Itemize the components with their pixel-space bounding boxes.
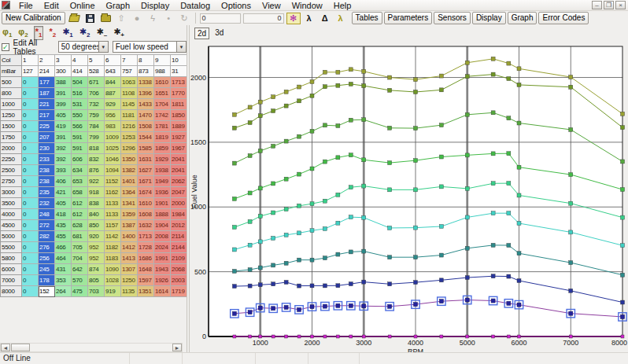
- selected-marker[interactable]: [517, 303, 521, 307]
- cell-1500-c10[interactable]: 1889: [171, 121, 187, 132]
- cell-3000-c4[interactable]: 658: [72, 187, 88, 198]
- open-file-icon[interactable]: [68, 13, 81, 24]
- toolbar-button-sensors[interactable]: Sensors: [434, 12, 471, 24]
- menu-window[interactable]: Window: [286, 0, 328, 11]
- cell-1250-c10[interactable]: 1850: [171, 110, 187, 121]
- cell-1750-c10[interactable]: 1927: [171, 132, 187, 143]
- cell-1750-c3[interactable]: 391: [55, 132, 72, 143]
- cell-5500-c4[interactable]: 705: [72, 242, 88, 253]
- cell-2250-c3[interactable]: 392: [55, 154, 72, 165]
- cell-7000-c7[interactable]: 1250: [121, 275, 138, 286]
- scrollbar-thumb[interactable]: [11, 344, 30, 351]
- cell-4000-c10[interactable]: 1984: [171, 209, 187, 220]
- cell-3000-c2[interactable]: 235: [39, 187, 55, 198]
- cell-3500-c10[interactable]: 2000: [171, 198, 187, 209]
- column-header-10[interactable]: 10: [171, 55, 187, 66]
- cell-2000-c8[interactable]: 1585: [138, 143, 154, 154]
- cell-5500-c5[interactable]: 952: [88, 242, 105, 253]
- cell-2250-c6[interactable]: 1046: [105, 154, 121, 165]
- cell-1500-c9[interactable]: 1781: [154, 121, 171, 132]
- cell-3500-c2[interactable]: 232: [39, 198, 55, 209]
- cell-5800-c9[interactable]: 1991: [154, 253, 171, 264]
- cell-7000-c8[interactable]: 1597: [138, 275, 154, 286]
- degrees-select[interactable]: 50 degrees ▼: [58, 41, 109, 53]
- cell-1000-c3[interactable]: 399: [55, 99, 72, 110]
- cell-2500-c4[interactable]: 634: [72, 165, 88, 176]
- cell-800-c9[interactable]: 1651: [154, 88, 171, 99]
- cell-4000-c5[interactable]: 840: [88, 209, 105, 220]
- cell-8000-c1[interactable]: 0: [22, 286, 39, 297]
- cell-4500-c1[interactable]: 0: [22, 220, 39, 231]
- cell-5000-c3[interactable]: 455: [55, 231, 72, 242]
- cell-5000-c4[interactable]: 681: [72, 231, 88, 242]
- selected-marker[interactable]: [465, 298, 469, 302]
- cell-1750-c8[interactable]: 1544: [138, 132, 154, 143]
- cell-500-c4[interactable]: 504: [72, 77, 88, 88]
- mbar-value-8[interactable]: 873: [138, 66, 154, 77]
- cell-7000-c3[interactable]: 353: [55, 275, 72, 286]
- cell-1250-c4[interactable]: 550: [72, 110, 88, 121]
- cell-5800-c6[interactable]: 1183: [105, 253, 121, 264]
- cell-8000-c7[interactable]: 1135: [121, 286, 138, 297]
- cell-4500-c3[interactable]: 435: [55, 220, 72, 231]
- cell-3500-c3[interactable]: 405: [55, 198, 72, 209]
- row-header-2000[interactable]: 2000: [1, 143, 22, 154]
- cell-3500-c1[interactable]: 0: [22, 198, 39, 209]
- editing-cell[interactable]: 152: [39, 286, 55, 297]
- row-header-1250[interactable]: 1250: [1, 110, 22, 121]
- cell-2500-c6[interactable]: 1094: [105, 165, 121, 176]
- cell-800-c7[interactable]: 1108: [121, 88, 138, 99]
- cell-2000-c9[interactable]: 1859: [154, 143, 171, 154]
- cell-800-c5[interactable]: 706: [88, 88, 105, 99]
- row-header-5500[interactable]: 5500: [1, 242, 22, 253]
- cell-2250-c7[interactable]: 1350: [121, 154, 138, 165]
- cell-3000-c9[interactable]: 1936: [154, 187, 171, 198]
- star-2-red-icon[interactable]: *2: [48, 27, 57, 39]
- cell-8000-c6[interactable]: 919: [105, 286, 121, 297]
- cell-2000-c5[interactable]: 818: [88, 143, 105, 154]
- cell-5500-c3[interactable]: 466: [55, 242, 72, 253]
- selected-marker[interactable]: [388, 304, 392, 308]
- column-header-2[interactable]: 2: [39, 55, 55, 66]
- row-header-7000[interactable]: 7000: [1, 275, 22, 286]
- cell-7000-c6[interactable]: 1028: [105, 275, 121, 286]
- cell-800-c6[interactable]: 887: [105, 88, 121, 99]
- cell-2500-c7[interactable]: 1382: [121, 165, 138, 176]
- cell-6000-c9[interactable]: 1943: [154, 264, 171, 275]
- column-header-3[interactable]: 3: [55, 55, 72, 66]
- phi-2-icon[interactable]: φ2: [17, 27, 28, 39]
- cell-6000-c6[interactable]: 1090: [105, 264, 121, 275]
- restore-button[interactable]: ❐: [604, 1, 614, 9]
- cell-1500-c4[interactable]: 566: [72, 121, 88, 132]
- cell-1000-c5[interactable]: 732: [88, 99, 105, 110]
- cell-6000-c7[interactable]: 1307: [121, 264, 138, 275]
- cell-5500-c9[interactable]: 2024: [154, 242, 171, 253]
- cell-3000-c6[interactable]: 1162: [105, 187, 121, 198]
- cell-2250-c9[interactable]: 1929: [154, 154, 171, 165]
- cell-1750-c5[interactable]: 799: [88, 132, 105, 143]
- cell-2500-c3[interactable]: 393: [55, 165, 72, 176]
- cell-5500-c2[interactable]: 276: [39, 242, 55, 253]
- cell-2000-c2[interactable]: 230: [39, 143, 55, 154]
- cell-2250-c10[interactable]: 2041: [171, 154, 187, 165]
- toolbar-button-display[interactable]: Display: [472, 12, 506, 24]
- cell-2500-c9[interactable]: 1938: [154, 165, 171, 176]
- selected-marker[interactable]: [362, 304, 366, 308]
- row-header-6000[interactable]: 6000: [1, 264, 22, 275]
- row-header-800[interactable]: 800: [1, 88, 22, 99]
- selected-marker[interactable]: [621, 314, 625, 318]
- menu-graph[interactable]: Graph: [101, 0, 136, 11]
- cell-2750-c7[interactable]: 1401: [121, 176, 138, 187]
- cell-4500-c2[interactable]: 272: [39, 220, 55, 231]
- cell-5000-c7[interactable]: 1400: [121, 231, 138, 242]
- cell-5500-c8[interactable]: 1728: [138, 242, 154, 253]
- cell-500-c9[interactable]: 1610: [154, 77, 171, 88]
- lambda-black-icon[interactable]: λ: [302, 13, 316, 24]
- cell-7000-c2[interactable]: 178: [39, 275, 55, 286]
- cell-1750-c7[interactable]: 1253: [121, 132, 138, 143]
- cell-1500-c8[interactable]: 1508: [138, 121, 154, 132]
- cell-7000-c5[interactable]: 805: [88, 275, 105, 286]
- mbar-value-6[interactable]: 643: [105, 66, 121, 77]
- cell-1250-c1[interactable]: 0: [22, 110, 39, 121]
- row-header-5800[interactable]: 5800: [1, 253, 22, 264]
